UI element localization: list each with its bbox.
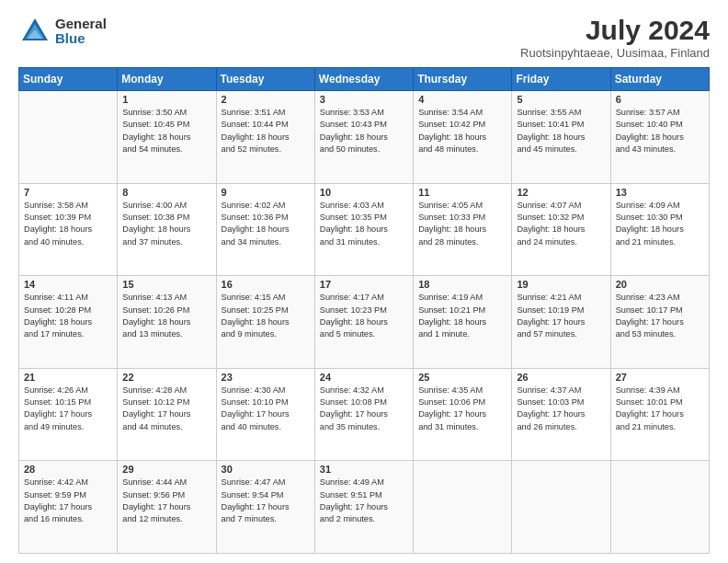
day-info: Sunrise: 4:00 AM Sunset: 10:38 PM Daylig…: [122, 200, 210, 248]
calendar-cell: 21Sunrise: 4:26 AM Sunset: 10:15 PM Dayl…: [19, 368, 118, 461]
day-number: 6: [616, 94, 704, 105]
day-info: Sunrise: 3:50 AM Sunset: 10:45 PM Daylig…: [122, 107, 210, 155]
day-number: 9: [222, 187, 310, 198]
day-info: Sunrise: 4:17 AM Sunset: 10:23 PM Daylig…: [320, 292, 408, 340]
day-info: Sunrise: 4:07 AM Sunset: 10:32 PM Daylig…: [517, 200, 605, 248]
logo-blue-text: Blue: [55, 31, 107, 47]
day-info: Sunrise: 4:05 AM Sunset: 10:33 PM Daylig…: [418, 200, 506, 248]
calendar-cell: 24Sunrise: 4:32 AM Sunset: 10:08 PM Dayl…: [314, 368, 413, 461]
col-thursday: Thursday: [414, 68, 512, 91]
calendar-body: 1Sunrise: 3:50 AM Sunset: 10:45 PM Dayli…: [19, 91, 710, 554]
calendar-week-4: 21Sunrise: 4:26 AM Sunset: 10:15 PM Dayl…: [19, 368, 710, 461]
subtitle: Ruotsinpyhtaeae, Uusimaa, Finland: [520, 46, 710, 60]
calendar-cell: 4Sunrise: 3:54 AM Sunset: 10:42 PM Dayli…: [414, 91, 512, 184]
day-info: Sunrise: 3:51 AM Sunset: 10:44 PM Daylig…: [222, 107, 310, 155]
day-info: Sunrise: 4:11 AM Sunset: 10:28 PM Daylig…: [24, 292, 112, 340]
day-number: 24: [320, 372, 408, 383]
col-monday: Monday: [118, 68, 216, 91]
day-info: Sunrise: 4:39 AM Sunset: 10:01 PM Daylig…: [616, 385, 704, 433]
calendar-week-3: 14Sunrise: 4:11 AM Sunset: 10:28 PM Dayl…: [19, 276, 710, 369]
day-number: 30: [222, 464, 310, 475]
day-info: Sunrise: 4:30 AM Sunset: 10:10 PM Daylig…: [222, 385, 310, 433]
calendar-cell: 23Sunrise: 4:30 AM Sunset: 10:10 PM Dayl…: [216, 368, 314, 461]
day-number: 1: [122, 94, 210, 105]
calendar-cell: 12Sunrise: 4:07 AM Sunset: 10:32 PM Dayl…: [512, 183, 610, 276]
day-info: Sunrise: 4:13 AM Sunset: 10:26 PM Daylig…: [122, 292, 210, 340]
day-info: Sunrise: 3:54 AM Sunset: 10:42 PM Daylig…: [418, 107, 506, 155]
calendar-cell: [19, 91, 118, 184]
col-tuesday: Tuesday: [216, 68, 314, 91]
day-info: Sunrise: 3:58 AM Sunset: 10:39 PM Daylig…: [24, 200, 112, 248]
calendar-cell: 25Sunrise: 4:35 AM Sunset: 10:06 PM Dayl…: [414, 368, 512, 461]
day-number: 27: [616, 372, 704, 383]
header: General Blue July 2024 Ruotsinpyhtaeae, …: [18, 15, 710, 60]
day-number: 5: [517, 94, 605, 105]
day-number: 26: [517, 372, 605, 383]
day-info: Sunrise: 3:57 AM Sunset: 10:40 PM Daylig…: [616, 107, 704, 155]
day-number: 22: [122, 372, 210, 383]
calendar-cell: 7Sunrise: 3:58 AM Sunset: 10:39 PM Dayli…: [19, 183, 118, 276]
calendar-cell: 29Sunrise: 4:44 AM Sunset: 9:56 PM Dayli…: [118, 461, 216, 554]
calendar-cell: 6Sunrise: 3:57 AM Sunset: 10:40 PM Dayli…: [610, 91, 709, 184]
logo-icon: [18, 15, 51, 48]
day-info: Sunrise: 4:26 AM Sunset: 10:15 PM Daylig…: [24, 385, 112, 433]
calendar-cell: 9Sunrise: 4:02 AM Sunset: 10:36 PM Dayli…: [216, 183, 314, 276]
calendar-cell: 2Sunrise: 3:51 AM Sunset: 10:44 PM Dayli…: [216, 91, 314, 184]
col-sunday: Sunday: [19, 68, 118, 91]
day-info: Sunrise: 4:44 AM Sunset: 9:56 PM Dayligh…: [122, 477, 210, 525]
calendar-cell: 26Sunrise: 4:37 AM Sunset: 10:03 PM Dayl…: [512, 368, 610, 461]
calendar-cell: 20Sunrise: 4:23 AM Sunset: 10:17 PM Dayl…: [610, 276, 709, 369]
day-number: 16: [222, 279, 310, 290]
calendar-cell: 13Sunrise: 4:09 AM Sunset: 10:30 PM Dayl…: [610, 183, 709, 276]
day-info: Sunrise: 4:37 AM Sunset: 10:03 PM Daylig…: [517, 385, 605, 433]
day-number: 14: [24, 279, 112, 290]
main-title: July 2024: [520, 15, 710, 46]
day-info: Sunrise: 3:53 AM Sunset: 10:43 PM Daylig…: [320, 107, 408, 155]
day-number: 4: [418, 94, 506, 105]
col-wednesday: Wednesday: [314, 68, 413, 91]
logo-general-text: General: [55, 17, 107, 32]
day-number: 29: [122, 464, 210, 475]
calendar-cell: [414, 461, 512, 554]
calendar-table: Sunday Monday Tuesday Wednesday Thursday…: [18, 67, 710, 554]
day-number: 8: [122, 187, 210, 198]
title-block: July 2024 Ruotsinpyhtaeae, Uusimaa, Finl…: [520, 15, 710, 60]
col-friday: Friday: [512, 68, 610, 91]
calendar-week-5: 28Sunrise: 4:42 AM Sunset: 9:59 PM Dayli…: [19, 461, 710, 554]
day-info: Sunrise: 4:15 AM Sunset: 10:25 PM Daylig…: [222, 292, 310, 340]
calendar-cell: 17Sunrise: 4:17 AM Sunset: 10:23 PM Dayl…: [314, 276, 413, 369]
day-number: 28: [24, 464, 112, 475]
day-number: 2: [222, 94, 310, 105]
day-number: 23: [222, 372, 310, 383]
day-number: 11: [418, 187, 506, 198]
day-number: 20: [616, 279, 704, 290]
calendar-cell: [512, 461, 610, 554]
day-number: 13: [616, 187, 704, 198]
col-saturday: Saturday: [610, 68, 709, 91]
logo: General Blue: [18, 15, 107, 48]
day-info: Sunrise: 4:32 AM Sunset: 10:08 PM Daylig…: [320, 385, 408, 433]
day-number: 17: [320, 279, 408, 290]
day-info: Sunrise: 4:42 AM Sunset: 9:59 PM Dayligh…: [24, 477, 112, 525]
calendar-cell: 30Sunrise: 4:47 AM Sunset: 9:54 PM Dayli…: [216, 461, 314, 554]
page: General Blue July 2024 Ruotsinpyhtaeae, …: [0, 0, 728, 563]
calendar-cell: 1Sunrise: 3:50 AM Sunset: 10:45 PM Dayli…: [118, 91, 216, 184]
day-info: Sunrise: 4:23 AM Sunset: 10:17 PM Daylig…: [616, 292, 704, 340]
day-info: Sunrise: 4:03 AM Sunset: 10:35 PM Daylig…: [320, 200, 408, 248]
calendar-cell: 8Sunrise: 4:00 AM Sunset: 10:38 PM Dayli…: [118, 183, 216, 276]
day-number: 3: [320, 94, 408, 105]
header-row: Sunday Monday Tuesday Wednesday Thursday…: [19, 68, 710, 91]
calendar-cell: 11Sunrise: 4:05 AM Sunset: 10:33 PM Dayl…: [414, 183, 512, 276]
day-info: Sunrise: 4:21 AM Sunset: 10:19 PM Daylig…: [517, 292, 605, 340]
day-info: Sunrise: 4:28 AM Sunset: 10:12 PM Daylig…: [122, 385, 210, 433]
day-info: Sunrise: 3:55 AM Sunset: 10:41 PM Daylig…: [517, 107, 605, 155]
day-number: 18: [418, 279, 506, 290]
day-info: Sunrise: 4:19 AM Sunset: 10:21 PM Daylig…: [418, 292, 506, 340]
calendar-cell: [610, 461, 709, 554]
day-number: 10: [320, 187, 408, 198]
calendar-cell: 19Sunrise: 4:21 AM Sunset: 10:19 PM Dayl…: [512, 276, 610, 369]
calendar-cell: 14Sunrise: 4:11 AM Sunset: 10:28 PM Dayl…: [19, 276, 118, 369]
calendar-cell: 3Sunrise: 3:53 AM Sunset: 10:43 PM Dayli…: [314, 91, 413, 184]
day-info: Sunrise: 4:35 AM Sunset: 10:06 PM Daylig…: [418, 385, 506, 433]
calendar-cell: 15Sunrise: 4:13 AM Sunset: 10:26 PM Dayl…: [118, 276, 216, 369]
